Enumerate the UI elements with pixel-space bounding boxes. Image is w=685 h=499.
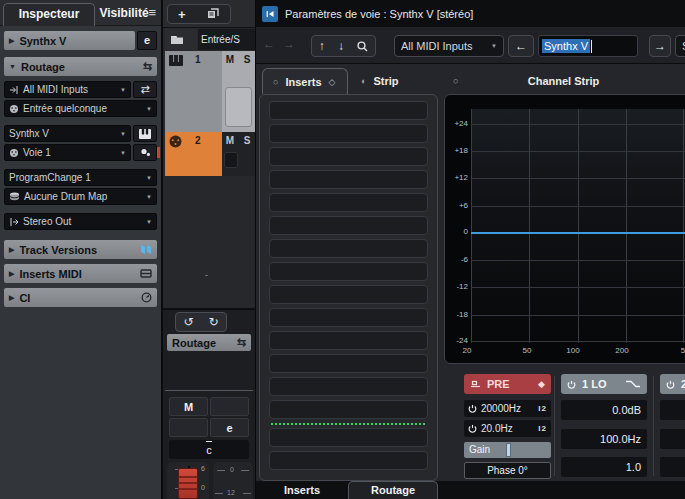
power-icon[interactable] [666, 380, 675, 389]
next-channel-button[interactable]: ↓ [338, 39, 344, 53]
power-icon[interactable] [468, 404, 477, 413]
program-select[interactable]: ProgramChange 1 ▼ [4, 169, 157, 186]
insert-slot[interactable] [269, 377, 428, 396]
track-control-slot[interactable] [225, 87, 252, 127]
track-name-header[interactable]: ▶ Synthx V [4, 31, 135, 50]
solo-button[interactable]: S [239, 133, 255, 148]
open-instrument-button[interactable] [133, 125, 157, 142]
track-control-slot[interactable] [224, 152, 238, 168]
power-icon[interactable] [567, 380, 576, 389]
midi-input-swap-button[interactable]: ⇄ [133, 81, 157, 98]
insert-slot[interactable] [269, 216, 428, 235]
band-q-value[interactable] [660, 457, 685, 477]
previous-channel-button[interactable]: ↑ [319, 39, 325, 53]
section-ci[interactable]: ▶ CI [4, 288, 157, 307]
insert-slot[interactable] [269, 262, 428, 281]
tab-visibilite[interactable]: Visibilité [98, 3, 150, 26]
slope-icon[interactable]: I2 [538, 404, 547, 413]
pre-filter-header[interactable]: PRE ◆ [464, 374, 551, 394]
edit-channel-button[interactable]: e [137, 31, 157, 50]
band-freq-value[interactable] [660, 429, 685, 449]
insert-slot[interactable] [269, 101, 428, 120]
insert-slot[interactable] [269, 354, 428, 373]
insert-slot[interactable] [269, 285, 428, 304]
track-row[interactable]: 1 M S [163, 51, 255, 132]
insert-slot[interactable] [269, 124, 428, 143]
high-cut-row[interactable]: 20000Hz I2 [464, 400, 551, 417]
redo-button[interactable]: ↻ [208, 315, 218, 329]
output-assign-button[interactable]: → [649, 35, 671, 57]
pre-post-separator[interactable] [271, 423, 426, 425]
mute-button[interactable]: M [222, 133, 238, 148]
insert-slot[interactable] [269, 193, 428, 212]
input-routing-select[interactable]: All MIDI Inputs ▼ [394, 35, 504, 57]
db-tick: -12 [447, 282, 468, 291]
mute-button[interactable]: M [222, 52, 238, 67]
io-column-header[interactable]: Entrée/S [198, 29, 255, 50]
band-gain-value[interactable]: 0.0dB [561, 400, 647, 420]
insert-slot[interactable] [269, 400, 428, 419]
eq-band-header[interactable]: 2 [660, 374, 685, 394]
listen-button[interactable] [210, 397, 249, 416]
insert-slot[interactable] [269, 170, 428, 189]
tab-inspecteur[interactable]: Inspecteur [3, 3, 95, 26]
ci-icon [141, 292, 152, 303]
midi-output-select[interactable]: Synthx V ▼ [4, 125, 131, 142]
bottom-tab-inserts[interactable]: Inserts [256, 481, 348, 499]
back-icon[interactable] [262, 6, 278, 22]
folder-cell[interactable] [165, 29, 197, 50]
shelf-curve-icon[interactable] [625, 379, 641, 389]
phase-button[interactable]: Phase 0° [464, 462, 551, 479]
drum-map-select[interactable]: Aucune Drum Map ▼ [4, 188, 157, 205]
add-track-button[interactable]: + [178, 7, 186, 22]
audio-output-select[interactable]: Stereo Out ▼ [4, 213, 157, 230]
routing-section-header[interactable]: ▼ Routage ⇆ [4, 57, 157, 76]
edit-button[interactable]: e [210, 418, 249, 437]
channel-options-button[interactable] [133, 144, 157, 161]
section-inserts-midi[interactable]: ▶ Inserts MIDI [4, 264, 157, 283]
insert-slot[interactable] [269, 239, 428, 258]
equalizer-display[interactable]: +24 +18 +12 +6 0 -6 -12 -18 -24 20 50 10… [444, 94, 685, 364]
history-back-button[interactable]: ← [260, 37, 278, 51]
search-channel-icon[interactable] [357, 41, 368, 52]
automation-button[interactable] [169, 418, 208, 437]
track-title: Synthx V [19, 35, 66, 47]
pre-gain-slider[interactable]: Gain [464, 442, 551, 458]
inspector-menu-icon[interactable]: ≡ [148, 5, 156, 20]
pan-control[interactable]: c [169, 440, 249, 459]
channel-name-field[interactable]: Synthx V [538, 35, 638, 57]
input-any-select[interactable]: Entrée quelconque ▼ [4, 100, 157, 117]
band-q-value[interactable]: 1.0 [561, 457, 647, 477]
insert-slot[interactable] [269, 147, 428, 166]
undo-button[interactable]: ↺ [183, 315, 193, 329]
section-track-versions[interactable]: ▶ Track Versions [4, 240, 157, 259]
insert-slot[interactable] [269, 428, 428, 447]
history-forward-button[interactable]: → [280, 37, 298, 51]
input-assign-button[interactable]: ← [508, 35, 534, 57]
bottom-tab-routing[interactable]: Routage [348, 481, 438, 499]
track-row[interactable]: 2 M S [163, 132, 255, 176]
eq-band-header[interactable]: 1 LO [561, 374, 647, 394]
tab-strip[interactable]: ◐ Strip [351, 68, 437, 94]
compare-icon[interactable]: ◆ [538, 379, 545, 389]
tab-inserts[interactable]: ○ Inserts ◇ [262, 68, 348, 94]
insert-slot[interactable] [269, 308, 428, 327]
slope-icon[interactable]: I2 [538, 424, 547, 433]
mute-button[interactable]: M [169, 397, 208, 416]
tab-channel-strip[interactable]: ○ Channel Strip [441, 68, 685, 94]
midi-input-select[interactable]: All MIDI Inputs ▼ [4, 81, 131, 98]
band-gain-value[interactable] [660, 400, 685, 420]
fader-cap[interactable] [178, 468, 198, 499]
solo-button[interactable]: S [239, 52, 255, 67]
midi-channel-select[interactable]: Voie 1 ▼ [4, 144, 131, 161]
gain-slider-handle[interactable] [506, 443, 511, 457]
collapse-handle[interactable]: - [205, 270, 208, 280]
insert-slot[interactable] [269, 331, 428, 350]
power-icon[interactable] [468, 424, 477, 433]
low-cut-row[interactable]: 20.0Hz I2 [464, 420, 551, 437]
band-freq-value[interactable]: 100.0Hz [561, 429, 647, 449]
output-routing-select[interactable]: Ster [675, 35, 685, 57]
use-track-preset-icon[interactable] [206, 8, 220, 20]
insert-slot[interactable] [269, 451, 428, 470]
routing-header[interactable]: Routage ⇆ [167, 334, 251, 351]
